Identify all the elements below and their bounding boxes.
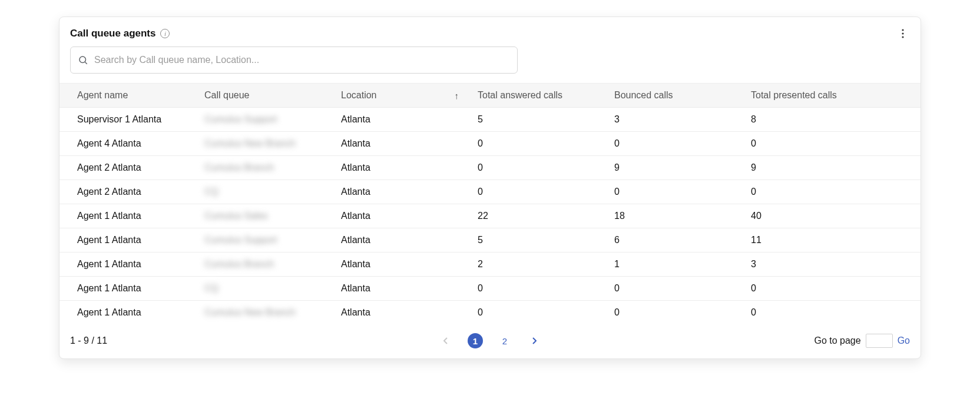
cell-answered: 0 xyxy=(469,132,606,156)
cell-location: Atlanta xyxy=(333,132,469,156)
svg-point-2 xyxy=(902,36,903,38)
call-queue-agents-card: Call queue agents i Agent name Call queu… xyxy=(59,16,921,359)
kebab-icon xyxy=(902,29,904,38)
svg-point-0 xyxy=(902,29,903,31)
cell-location: Atlanta xyxy=(333,228,469,252)
table-header-row: Agent name Call queue Location ↑ Total a… xyxy=(59,84,921,108)
search-container xyxy=(59,46,921,78)
cell-answered: 0 xyxy=(469,301,606,325)
goto-page: Go to page Go xyxy=(814,334,910,348)
cell-queue: Cumulus Support xyxy=(196,108,333,132)
cell-answered: 0 xyxy=(469,180,606,204)
col-header-location[interactable]: Location ↑ xyxy=(333,84,469,108)
col-header-bounced[interactable]: Bounced calls xyxy=(606,84,743,108)
cell-location: Atlanta xyxy=(333,180,469,204)
table-row: Agent 1 AtlantaCQAtlanta000 xyxy=(59,277,921,301)
agents-table: Agent name Call queue Location ↑ Total a… xyxy=(59,83,921,324)
cell-bounced: 6 xyxy=(606,228,743,252)
table-row: Supervisor 1 AtlantaCumulus SupportAtlan… xyxy=(59,108,921,132)
cell-queue: CQ xyxy=(196,180,333,204)
cell-location: Atlanta xyxy=(333,252,469,277)
cell-agent: Agent 2 Atlanta xyxy=(59,180,196,204)
search-box[interactable] xyxy=(70,46,518,74)
search-icon xyxy=(78,55,88,65)
chevron-right-icon xyxy=(532,337,537,344)
svg-point-1 xyxy=(902,32,903,34)
table-row: Agent 1 AtlantaCumulus SalesAtlanta22184… xyxy=(59,204,921,228)
svg-point-3 xyxy=(80,57,86,63)
pagination: 12 xyxy=(438,333,542,348)
cell-location: Atlanta xyxy=(333,156,469,180)
cell-agent: Agent 1 Atlanta xyxy=(59,204,196,228)
cell-presented: 11 xyxy=(743,228,921,252)
cell-presented: 40 xyxy=(743,204,921,228)
cell-presented: 0 xyxy=(743,277,921,301)
cell-presented: 9 xyxy=(743,156,921,180)
cell-bounced: 0 xyxy=(606,132,743,156)
cell-presented: 3 xyxy=(743,252,921,277)
goto-page-button[interactable]: Go xyxy=(898,335,910,346)
col-header-agent[interactable]: Agent name xyxy=(59,84,196,108)
cell-queue: Cumulus Branch xyxy=(196,252,333,277)
cell-queue: Cumulus New Branch xyxy=(196,301,333,325)
cell-bounced: 3 xyxy=(606,108,743,132)
cell-agent: Supervisor 1 Atlanta xyxy=(59,108,196,132)
cell-bounced: 1 xyxy=(606,252,743,277)
cell-agent: Agent 1 Atlanta xyxy=(59,228,196,252)
card-title: Call queue agents xyxy=(70,28,155,39)
table-row: Agent 2 AtlantaCumulus BranchAtlanta099 xyxy=(59,156,921,180)
cell-presented: 0 xyxy=(743,132,921,156)
cell-answered: 0 xyxy=(469,156,606,180)
cell-location: Atlanta xyxy=(333,204,469,228)
cell-answered: 22 xyxy=(469,204,606,228)
table-row: Agent 1 AtlantaCumulus BranchAtlanta213 xyxy=(59,252,921,277)
cell-agent: Agent 4 Atlanta xyxy=(59,132,196,156)
page-button-1[interactable]: 1 xyxy=(468,333,483,348)
cell-queue: Cumulus New Branch xyxy=(196,132,333,156)
goto-page-label: Go to page xyxy=(814,335,860,346)
cell-presented: 0 xyxy=(743,301,921,325)
cell-bounced: 0 xyxy=(606,301,743,325)
goto-page-input[interactable] xyxy=(866,334,893,348)
svg-line-4 xyxy=(85,62,87,64)
cell-answered: 5 xyxy=(469,228,606,252)
cell-location: Atlanta xyxy=(333,301,469,325)
cell-bounced: 9 xyxy=(606,156,743,180)
col-header-queue[interactable]: Call queue xyxy=(196,84,333,108)
table-row: Agent 1 AtlantaCumulus SupportAtlanta561… xyxy=(59,228,921,252)
cell-answered: 2 xyxy=(469,252,606,277)
cell-queue: CQ xyxy=(196,277,333,301)
cell-location: Atlanta xyxy=(333,277,469,301)
cell-agent: Agent 2 Atlanta xyxy=(59,156,196,180)
cell-agent: Agent 1 Atlanta xyxy=(59,301,196,325)
cell-bounced: 0 xyxy=(606,180,743,204)
cell-agent: Agent 1 Atlanta xyxy=(59,252,196,277)
cell-answered: 5 xyxy=(469,108,606,132)
table-row: Agent 4 AtlantaCumulus New BranchAtlanta… xyxy=(59,132,921,156)
next-page-button[interactable] xyxy=(527,333,542,348)
col-header-answered[interactable]: Total answered calls xyxy=(469,84,606,108)
search-input[interactable] xyxy=(94,55,510,65)
sort-asc-icon: ↑ xyxy=(455,91,459,101)
more-menu-button[interactable] xyxy=(896,26,910,41)
cell-presented: 8 xyxy=(743,108,921,132)
pagination-range: 1 - 9 / 11 xyxy=(70,335,107,346)
col-header-presented[interactable]: Total presented calls xyxy=(743,84,921,108)
cell-presented: 0 xyxy=(743,180,921,204)
card-header: Call queue agents i xyxy=(59,24,921,46)
cell-agent: Agent 1 Atlanta xyxy=(59,277,196,301)
info-icon[interactable]: i xyxy=(160,29,170,38)
cell-bounced: 18 xyxy=(606,204,743,228)
prev-page-button[interactable] xyxy=(438,333,453,348)
cell-queue: Cumulus Branch xyxy=(196,156,333,180)
page-button-2[interactable]: 2 xyxy=(497,333,512,348)
col-header-location-label: Location xyxy=(341,90,377,100)
cell-queue: Cumulus Support xyxy=(196,228,333,252)
cell-location: Atlanta xyxy=(333,108,469,132)
table-row: Agent 2 AtlantaCQAtlanta000 xyxy=(59,180,921,204)
table-footer: 1 - 9 / 11 12 Go to page Go xyxy=(59,324,921,348)
cell-answered: 0 xyxy=(469,277,606,301)
cell-queue: Cumulus Sales xyxy=(196,204,333,228)
cell-bounced: 0 xyxy=(606,277,743,301)
chevron-left-icon xyxy=(443,337,448,344)
